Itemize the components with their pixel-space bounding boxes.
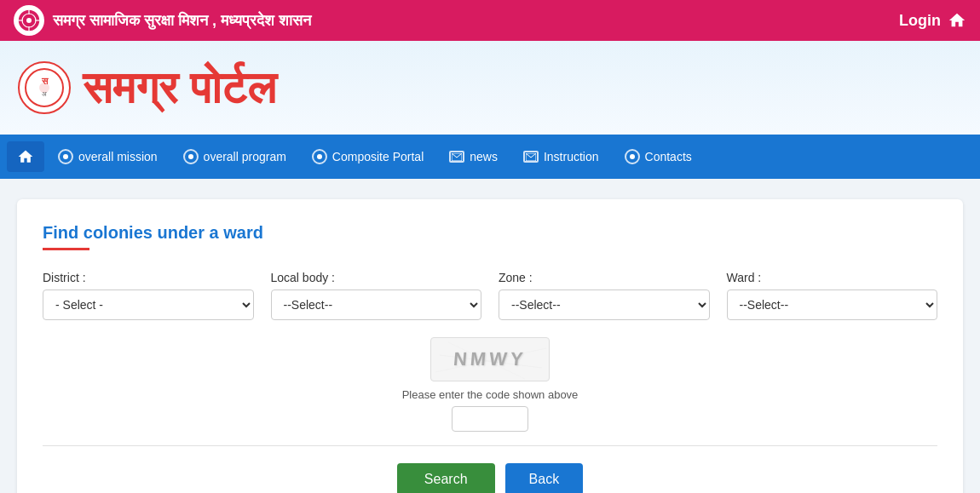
home-nav-icon <box>17 148 34 165</box>
form-row-selects: District : - Select - Local body : --Sel… <box>43 271 937 320</box>
svg-point-2 <box>26 18 32 23</box>
portal-header: स अ समग्र पोर्टल <box>0 41 980 135</box>
nav-label-overall-program: overall program <box>204 150 286 163</box>
back-button[interactable]: Back <box>505 463 584 493</box>
nav-dot-icon <box>183 149 199 164</box>
zone-select[interactable]: --Select-- <box>499 289 710 320</box>
nav-dot-icon <box>625 149 640 164</box>
local-body-group: Local body : --Select-- <box>271 271 482 320</box>
portal-logo: स अ <box>17 60 72 116</box>
nav-dot-icon <box>312 149 327 164</box>
zone-label: Zone : <box>499 271 710 284</box>
home-icon-header <box>948 11 966 30</box>
main-content: Find colonies under a ward District : - … <box>0 179 980 493</box>
nav-overall-program[interactable]: overall program <box>171 142 298 171</box>
nav-label-composite-portal: Composite Portal <box>332 150 424 163</box>
login-label: Login <box>899 12 941 30</box>
login-area[interactable]: Login <box>899 11 966 30</box>
button-row: Search Back <box>43 463 937 493</box>
district-label: District : <box>43 271 254 284</box>
title-underline <box>43 248 89 250</box>
captcha-input[interactable] <box>452 406 528 432</box>
captcha-text: NMWY <box>453 348 527 370</box>
org-name: समग्र सामाजिक सुरक्षा मिशन , मध्यप्रदेश … <box>53 12 311 30</box>
nav-instruction[interactable]: Instruction <box>511 143 611 170</box>
zone-group: Zone : --Select-- <box>499 271 710 320</box>
navigation-bar: overall mission overall program Composit… <box>0 135 980 179</box>
nav-envelope-icon <box>449 151 464 163</box>
nav-label-news: news <box>470 150 498 163</box>
nav-composite-portal[interactable]: Composite Portal <box>300 142 435 171</box>
nav-label-instruction: Instruction <box>544 150 599 163</box>
district-select[interactable]: - Select - <box>43 289 254 320</box>
captcha-image: NMWY <box>430 337 550 381</box>
search-card: Find colonies under a ward District : - … <box>17 199 963 493</box>
district-group: District : - Select - <box>43 271 254 320</box>
captcha-instruction: Please enter the code shown above <box>402 388 579 401</box>
nav-overall-mission[interactable]: overall mission <box>46 142 170 171</box>
nav-dot-icon <box>58 149 73 164</box>
nav-news[interactable]: news <box>437 143 510 170</box>
nav-label-overall-mission: overall mission <box>78 150 158 163</box>
local-body-select[interactable]: --Select-- <box>271 289 482 320</box>
nav-contacts[interactable]: Contacts <box>613 142 704 171</box>
svg-point-11 <box>39 83 49 93</box>
portal-title: समग्र पोर्टल <box>83 62 276 114</box>
nav-label-contacts: Contacts <box>645 150 692 163</box>
org-logo <box>14 5 44 36</box>
local-body-label: Local body : <box>271 271 482 284</box>
nav-home[interactable] <box>7 141 44 172</box>
top-header: समग्र सामाजिक सुरक्षा मिशन , मध्यप्रदेश … <box>0 0 980 41</box>
captcha-section: NMWY Please enter the code shown above <box>43 337 937 432</box>
form-divider <box>43 445 937 446</box>
card-title: Find colonies under a ward <box>43 223 937 243</box>
search-button[interactable]: Search <box>397 463 495 493</box>
ward-select[interactable]: --Select-- <box>727 289 938 320</box>
ward-label: Ward : <box>727 271 938 284</box>
nav-envelope-icon <box>523 151 539 163</box>
ward-group: Ward : --Select-- <box>727 271 938 320</box>
top-header-left: समग्र सामाजिक सुरक्षा मिशन , मध्यप्रदेश … <box>14 5 311 36</box>
